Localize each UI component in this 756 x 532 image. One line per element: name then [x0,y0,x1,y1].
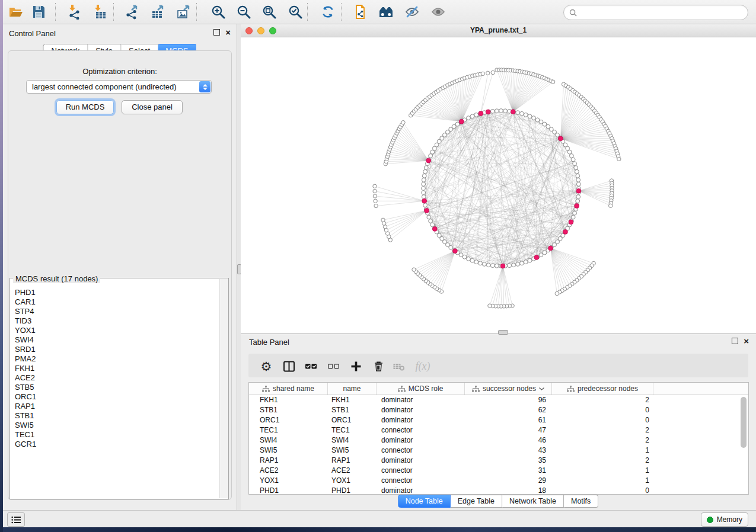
network-node[interactable] [412,268,416,271]
network-node[interactable] [423,169,428,174]
network-node[interactable] [422,191,426,195]
network-node[interactable] [528,114,532,118]
memory-button[interactable]: Memory [701,512,748,527]
network-node[interactable] [571,215,575,219]
network-node[interactable] [528,258,532,262]
save-session-icon[interactable] [30,4,47,20]
network-node[interactable] [429,219,433,223]
mcds-result-item[interactable]: TID3 [15,316,228,326]
network-node[interactable] [474,113,479,117]
mcds-result-item[interactable]: STB5 [15,383,228,392]
network-node[interactable] [576,195,580,199]
network-node[interactable] [524,113,528,117]
network-node[interactable] [479,261,483,265]
scrollbar-thumb[interactable] [741,397,747,448]
zoom-selected-icon[interactable] [287,4,304,20]
network-node[interactable] [569,220,573,225]
network-node[interactable] [486,110,490,114]
network-node[interactable] [576,182,580,187]
run-mcds-button[interactable]: Run MCDS [56,100,114,114]
network-node[interactable] [467,116,471,120]
tab-node-table[interactable]: Node Table [398,495,451,508]
network-node[interactable] [555,291,559,295]
network-node[interactable] [573,162,577,166]
network-node[interactable] [520,261,524,265]
network-node[interactable] [508,264,512,268]
network-node[interactable] [432,227,437,232]
delete-columns-icon[interactable] [371,359,385,373]
network-node[interactable] [570,154,574,158]
float-panel-icon[interactable] [732,338,738,344]
mcds-result-item[interactable]: FKH1 [15,364,228,373]
network-node[interactable] [575,204,579,209]
network-node[interactable] [486,71,490,75]
network-node[interactable] [422,174,426,178]
network-node[interactable] [516,111,520,115]
network-node[interactable] [373,189,377,193]
column-header-successor-nodes[interactable]: successor nodes [465,383,552,395]
mcds-result-item[interactable]: STP4 [15,307,228,316]
network-node[interactable] [401,121,405,124]
close-panel-icon[interactable]: × [744,338,749,344]
network-node[interactable] [548,246,553,251]
refresh-view-icon[interactable] [320,4,336,20]
mcds-result-item[interactable]: SWI5 [15,421,228,430]
network-node[interactable] [481,72,484,75]
network-node[interactable] [559,136,563,141]
mcds-result-item[interactable]: CAR1 [15,297,228,307]
network-node[interactable] [571,158,575,162]
column-header-shared-name[interactable]: shared name [249,383,328,395]
table-row[interactable]: STB1STB1dominator620 [249,405,748,415]
network-node[interactable] [422,195,426,199]
column-header-predecessor-nodes[interactable]: predecessor nodes [552,383,653,395]
show-panels-list-button[interactable] [7,512,25,527]
search-input[interactable] [580,8,742,17]
network-node[interactable] [474,260,479,264]
zoom-in-icon[interactable] [210,4,227,20]
network-node[interactable] [500,264,505,268]
network-node[interactable] [381,218,385,222]
network-node[interactable] [511,110,515,114]
network-node[interactable] [427,215,431,219]
network-node[interactable] [534,255,539,260]
network-node[interactable] [491,70,495,74]
mcds-result-item[interactable]: TEC1 [15,430,228,440]
network-node[interactable] [430,223,435,227]
network-node[interactable] [373,194,377,198]
network-node[interactable] [422,182,426,187]
mcds-result-item[interactable]: YOX1 [15,326,228,335]
optimization-criterion-select[interactable]: largest connected component (undirected) [26,80,212,94]
horizontal-splitter-grip[interactable] [498,330,508,335]
create-new-column-icon[interactable] [349,359,363,373]
table-row[interactable]: SWI5SWI5connector431 [249,446,748,456]
network-node[interactable] [470,258,474,262]
mcds-result-item[interactable]: PHD1 [15,288,228,297]
table-mode-settings-icon[interactable]: ⚙ [259,359,273,373]
network-node[interactable] [467,257,471,261]
network-node[interactable] [576,178,580,182]
table-row[interactable]: RAP1RAP1dominator352 [249,456,748,466]
network-node[interactable] [373,184,377,188]
mcds-result-item[interactable]: SRD1 [15,345,228,354]
column-header-MCDS-role[interactable]: MCDS role [377,383,465,395]
zoom-out-icon[interactable] [235,4,252,20]
mcds-result-item[interactable]: PMA2 [15,354,228,364]
network-node[interactable] [424,166,428,170]
column-header-name[interactable]: name [328,383,377,395]
network-node[interactable] [576,188,581,193]
mcds-result-item[interactable]: ORC1 [15,392,228,402]
import-table-icon[interactable] [91,4,108,20]
table-row[interactable]: YOX1YOX1connector291 [249,476,748,486]
close-panel-button[interactable]: Close panel [122,100,183,114]
network-node[interactable] [512,263,516,267]
network-node[interactable] [423,203,428,207]
network-window-titlebar[interactable]: YPA_prune.txt_1 [241,24,756,37]
mcds-result-item[interactable]: RAP1 [15,402,228,411]
tab-motifs[interactable]: Motifs [564,495,598,508]
network-node[interactable] [563,230,568,235]
network-node[interactable] [495,264,499,268]
tab-edge-table[interactable]: Edge Table [451,495,502,508]
network-node[interactable] [516,262,520,267]
network-node[interactable] [490,264,495,268]
network-node[interactable] [459,119,464,124]
